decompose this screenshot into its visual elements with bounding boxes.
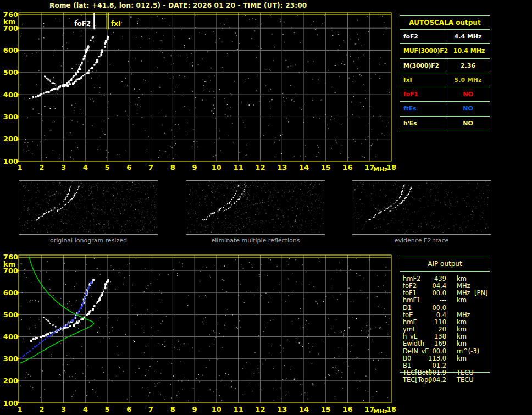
aip-row-hmF1: hmF1---km: [400, 296, 490, 303]
aip-unit: MHz: [457, 289, 470, 297]
axis-label: 3: [61, 163, 66, 171]
aip-value: 110: [415, 318, 446, 326]
parameter-value: NO: [446, 120, 490, 127]
axis-label: 600: [3, 289, 18, 297]
aip-row-TEC[Bot]: TEC[Bot]001.9TECU: [400, 369, 490, 376]
axis-label: 600: [3, 46, 18, 54]
aip-row-B1: B101.2: [400, 362, 490, 369]
series-green-profile: [20, 257, 93, 363]
aip-row-ymE: ymE20km: [400, 325, 490, 333]
aip-row-B0: B0113.0km: [400, 355, 490, 362]
axis-label: 14: [299, 163, 309, 171]
top_ionogram-svg: foF2fxI760km7006005004003002001001234567…: [0, 9, 401, 175]
parameter-label: foF2: [400, 30, 446, 43]
aip-unit: TECU: [457, 376, 474, 384]
thumbnail-svg: [186, 181, 325, 234]
axis-label: 3: [61, 405, 66, 413]
axis-label: 13: [277, 405, 287, 413]
aip-header-divider: [400, 271, 490, 272]
marker-foF2: foF2: [74, 13, 95, 29]
autoscala-output-table: AUTOSCALA outputfoF24.4 MHzMUF(3000)F210…: [400, 15, 490, 130]
aip-unit: km: [457, 333, 467, 340]
axis-label: 100: [3, 157, 18, 165]
top-ionogram-plot: foF2fxI760km7006005004003002001001234567…: [0, 9, 401, 175]
parameter-value: NO: [446, 105, 490, 112]
thumbnail-caption: evidence F2 trace: [352, 237, 491, 244]
aip-row-hmF2: hmF2439km: [400, 275, 490, 282]
thumbnail-svg: [19, 181, 158, 234]
axis-label: 8: [170, 405, 175, 413]
parameter-value: 4.4 MHz: [446, 33, 490, 40]
aip-value: 0.4: [415, 311, 446, 319]
axis-label: 18: [386, 405, 396, 413]
aip-table-title: AIP output: [400, 260, 490, 268]
aip-label: B1: [403, 362, 411, 369]
marker-fxI: fxI: [107, 13, 121, 29]
thumbnail-f2-trace: [352, 180, 491, 235]
aip-value: 004.2: [415, 376, 446, 384]
aip-row-DelN_vE: DelN_vE00.0m^(-3): [400, 347, 490, 355]
axis-label: 200: [3, 135, 18, 143]
axis-label: 500: [3, 68, 18, 76]
grid: [19, 13, 391, 161]
aip-value: 169: [415, 340, 446, 347]
axis-label: 15: [321, 163, 331, 171]
parameter-label: ftEs: [400, 102, 446, 115]
parameter-value: 2.36: [446, 62, 490, 69]
axis-label: 5: [105, 405, 110, 413]
autoscala-row-foF2: foF24.4 MHz: [400, 30, 490, 44]
parameter-label: foF1: [400, 87, 446, 101]
axis-label: 11: [234, 405, 243, 413]
aip-output-table: AIP outputhmF2439kmfoF204.4MHzfoF100.0MH…: [400, 257, 490, 391]
aip-row-foF1: foF100.0MHz[PN]: [400, 289, 490, 296]
axis-label: 1: [17, 405, 22, 413]
series-fork: [44, 76, 59, 87]
axis-label: 12: [255, 405, 265, 413]
axis-label: fxI: [111, 20, 120, 27]
aip-unit: km: [457, 325, 467, 333]
axis-label: 700: [3, 267, 18, 275]
axis-label: 4: [83, 163, 88, 171]
aip-unit: MHz: [457, 282, 470, 290]
axis-label: 12: [255, 163, 265, 171]
parameter-label: MUF(3000)F2: [400, 44, 448, 58]
thumb-trace: [202, 185, 246, 220]
thumb-noise: [187, 181, 324, 234]
axis-label: foF2: [74, 20, 91, 27]
axis-label: 300: [3, 113, 18, 121]
thumbnail-original-ionogram: [19, 180, 158, 235]
aip-unit: km: [457, 275, 467, 283]
thumb-noise: [353, 181, 490, 234]
aip-extra: [PN]: [474, 289, 488, 297]
aip-value: 001.9: [415, 369, 446, 377]
parameter-label: fxI: [400, 73, 446, 87]
aip-row-hmE: hmE110km: [400, 318, 490, 325]
axis-label: 2: [39, 405, 44, 413]
axis-label: 18: [386, 163, 396, 171]
axes: 760km70060050040030020010012345678910111…: [3, 253, 396, 415]
grid: [19, 255, 391, 403]
axis-label: 14: [299, 405, 309, 413]
thumbnail-multiple-reflections: [186, 180, 325, 235]
aip-value: 01.2: [415, 362, 446, 369]
autoscala-row-ftEs: ftEsNO: [400, 102, 490, 116]
axis-label: 400: [3, 333, 18, 341]
bottom-ionogram-plot: 760km70060050040030020010012345678910111…: [0, 252, 401, 415]
axis-label: 400: [3, 91, 18, 99]
autoscala-row-h'Es: h'EsNO: [400, 117, 490, 131]
axis-label: 11: [234, 163, 243, 171]
axis-label: 1: [17, 163, 22, 171]
aip-row-TEC[Top]: TEC[Top]004.2TECU: [400, 376, 490, 383]
axes: 760km70060050040030020010012345678910111…: [3, 10, 396, 173]
axis-label: 10: [212, 163, 221, 171]
aip-unit: MHz: [457, 311, 470, 319]
axis-label: 8: [170, 163, 175, 171]
axis-label: 7: [148, 405, 153, 413]
aip-row-foE: foE0.4MHz: [400, 311, 490, 318]
thumb-trace: [36, 185, 80, 221]
aip-label: foE: [403, 311, 413, 319]
aip-value: ---: [415, 296, 446, 304]
axis-label: 4: [83, 405, 88, 413]
series-o-trace: [29, 36, 94, 99]
parameter-label: h'Es: [400, 117, 446, 131]
